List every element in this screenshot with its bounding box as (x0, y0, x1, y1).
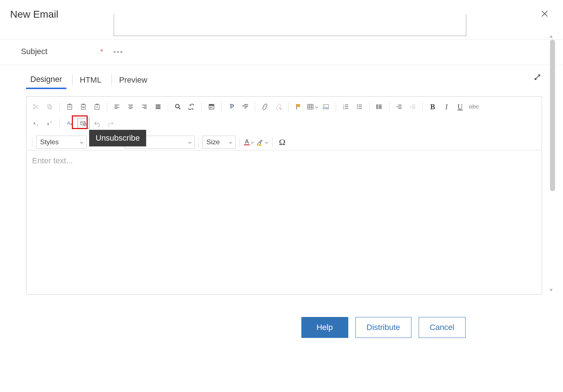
underline-icon: U (458, 103, 463, 111)
bullet-list-button[interactable] (353, 101, 366, 112)
insert-image-button[interactable] (320, 101, 332, 112)
italic-button[interactable]: I (440, 101, 453, 112)
omega-icon: Ω (279, 137, 285, 147)
align-justify-button[interactable] (152, 101, 164, 112)
increase-indent-button[interactable] (393, 101, 405, 112)
anchor-button[interactable] (292, 101, 305, 112)
align-left-icon (113, 103, 121, 110)
paste-as-text-button[interactable]: T (91, 101, 103, 112)
cancel-button[interactable]: Cancel (419, 317, 466, 338)
remove-link-button[interactable] (272, 101, 285, 112)
align-center-button[interactable] (125, 101, 137, 112)
ordered-list-icon: 123 (342, 103, 349, 110)
find-button[interactable] (172, 101, 184, 112)
rtl-icon (241, 103, 249, 110)
styles-select[interactable]: Styles (36, 136, 87, 149)
numbered-list-button[interactable]: 123 (340, 101, 352, 112)
expand-button[interactable] (533, 73, 541, 83)
help-button[interactable]: Help (301, 317, 348, 338)
clipboard-text-icon: T (93, 103, 101, 110)
svg-rect-26 (377, 104, 378, 109)
tab-separator (72, 74, 73, 85)
close-icon (541, 10, 549, 18)
editor-content[interactable]: Enter text... (26, 150, 542, 294)
blockquote-button[interactable] (373, 101, 385, 112)
tooltip-unsubscribe: Unsubscribe (89, 130, 146, 146)
svg-text:W: W (82, 106, 85, 109)
indent-icon (396, 103, 403, 110)
highlighter-icon (256, 138, 264, 146)
undo-button[interactable] (91, 118, 103, 129)
align-right-icon (141, 103, 148, 110)
tab-html[interactable]: HTML (75, 73, 106, 88)
svg-rect-5 (69, 104, 71, 105)
strikethrough-button[interactable]: abc (468, 101, 480, 112)
text-color-button[interactable]: A (243, 137, 254, 147)
distribute-button[interactable]: Distribute (355, 317, 411, 338)
scroll-up[interactable]: ▲ (549, 33, 554, 39)
flag-icon (295, 103, 302, 110)
text-color-icon: A (244, 139, 250, 145)
blockquote-icon (376, 103, 383, 110)
insert-link-button[interactable] (259, 101, 271, 112)
copy-button[interactable] (44, 101, 56, 112)
subscript-icon: x2 (32, 120, 40, 127)
toolbar-separator (168, 102, 168, 111)
svg-text:T: T (96, 106, 98, 109)
templates-button[interactable] (205, 101, 218, 112)
unsubscribe-icon (80, 120, 87, 127)
superscript-button[interactable]: x2 (44, 118, 56, 129)
ltr-button[interactable] (225, 101, 237, 112)
size-select[interactable]: Size (202, 136, 236, 149)
background-color-button[interactable] (256, 137, 269, 147)
svg-text:2: 2 (37, 124, 38, 127)
toolbar-separator (60, 119, 60, 128)
svg-point-19 (324, 106, 325, 107)
caret-down-icon (188, 141, 191, 144)
image-icon (322, 103, 329, 110)
scrollbar-thumb[interactable] (550, 40, 555, 191)
bold-button[interactable]: B (427, 101, 439, 112)
special-char-button[interactable]: Ω (276, 137, 288, 147)
bold-icon: B (430, 103, 435, 111)
svg-point-1 (33, 104, 35, 106)
subject-value[interactable]: --- (113, 47, 123, 56)
editor-tabs: Designer HTML Preview (0, 65, 563, 89)
align-left-button[interactable] (111, 101, 123, 112)
svg-point-24 (357, 106, 358, 107)
redo-button[interactable] (105, 118, 117, 129)
remove-format-button[interactable]: A (64, 118, 76, 129)
tab-preview[interactable]: Preview (115, 73, 152, 88)
scroll-down[interactable]: ▼ (549, 287, 554, 293)
underline-button[interactable]: U (454, 101, 466, 112)
rich-text-editor: W T ba (26, 96, 542, 295)
cut-button[interactable] (30, 101, 42, 112)
remove-format-icon: A (66, 120, 73, 127)
paste-from-word-button[interactable]: W (77, 101, 90, 112)
align-right-button[interactable] (138, 101, 150, 112)
tab-designer[interactable]: Designer (26, 72, 66, 89)
decrease-indent-button[interactable] (407, 101, 419, 112)
new-email-dialog: New Email Subject * --- Designer HTML Pr… (0, 0, 563, 392)
undo-icon (93, 120, 101, 127)
insert-table-button[interactable] (306, 101, 318, 112)
svg-rect-34 (257, 145, 262, 146)
paste-button[interactable] (64, 101, 76, 112)
close-button[interactable] (541, 9, 549, 20)
subscript-button[interactable]: x2 (30, 118, 42, 129)
copy-icon (46, 103, 53, 110)
dialog-title: New Email (10, 9, 58, 20)
unsubscribe-button[interactable] (77, 118, 90, 129)
template-icon (208, 103, 215, 110)
toolbar-separator (201, 102, 202, 111)
replace-button[interactable]: ba (186, 101, 198, 112)
toolbar-separator (336, 102, 336, 111)
svg-rect-4 (67, 104, 72, 109)
svg-text:A: A (67, 120, 70, 125)
svg-point-0 (33, 108, 35, 109)
svg-point-12 (175, 104, 179, 108)
toolbar-separator (32, 137, 32, 147)
find-replace-icon: ba (188, 103, 195, 110)
rtl-button[interactable] (239, 101, 251, 112)
partial-input-outline (114, 14, 466, 36)
